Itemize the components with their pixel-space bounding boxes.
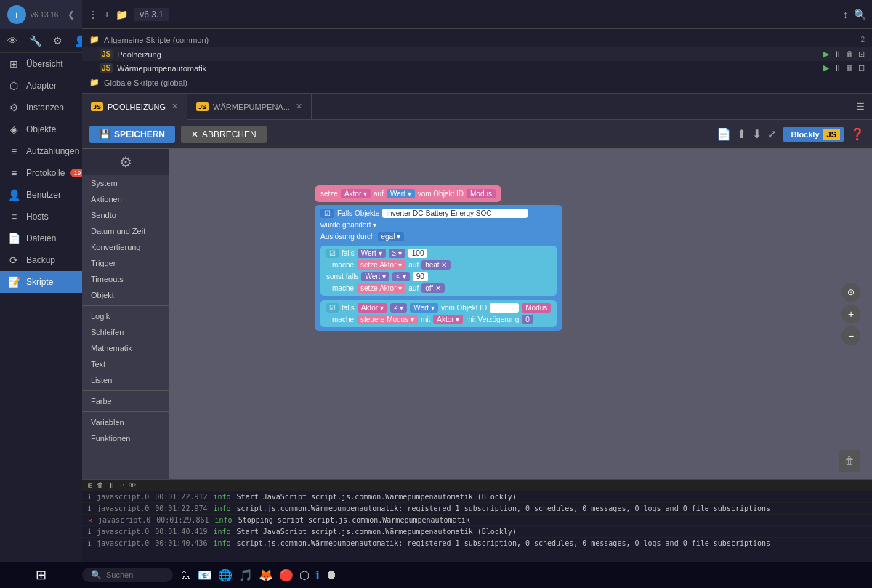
category-schleifen[interactable]: Schleifen: [82, 324, 169, 340]
category-listen[interactable]: Listen: [82, 372, 169, 388]
block-gte-val[interactable]: ≥ ▾: [389, 249, 405, 258]
block-setze[interactable]: setze Aktor ▾ auf Wert ▾ vom Objekt ID M…: [315, 185, 501, 202]
blockly-canvas[interactable]: setze Aktor ▾ auf Wert ▾ vom Objekt ID M…: [169, 149, 872, 479]
play-icon[interactable]: ▶: [823, 49, 829, 59]
block-object-id-input[interactable]: [382, 209, 528, 218]
zoom-out-button[interactable]: −: [841, 326, 860, 345]
block-objid2-input[interactable]: [490, 303, 519, 313]
category-aktionen[interactable]: Aktionen: [82, 191, 169, 207]
block-neq-val[interactable]: ≠ ▾: [390, 303, 407, 313]
blockly-js-toggle[interactable]: Blockly JS: [783, 127, 844, 142]
log-wrap-icon[interactable]: ↩: [120, 481, 124, 489]
debug-icon[interactable]: ⏸: [833, 49, 841, 59]
sidebar-item-adapter[interactable]: ⬡ Adapter: [0, 75, 82, 97]
category-logik[interactable]: Logik: [82, 308, 169, 324]
settings-icon[interactable]: ⚙: [53, 35, 62, 47]
block-off-val[interactable]: off ✕: [421, 283, 445, 293]
sidebar-item-uebersicht[interactable]: ⊞ Übersicht: [0, 53, 82, 75]
common-folder[interactable]: 📁 Allgemeine Skripte (common) 2: [82, 32, 872, 47]
sidebar-collapse-icon[interactable]: ❮: [68, 9, 75, 20]
wrench-icon[interactable]: 🔧: [29, 35, 41, 47]
add-icon[interactable]: +: [104, 9, 110, 20]
category-konvertierung[interactable]: Konvertierung: [82, 239, 169, 255]
sidebar-item-backup[interactable]: ⟳ Backup: [0, 249, 82, 271]
zoom-in-button[interactable]: +: [841, 305, 860, 323]
block-90-val[interactable]: 90: [413, 272, 428, 281]
block-modus-val[interactable]: Modus: [467, 189, 496, 198]
blockly-gear-icon[interactable]: ⚙: [119, 153, 132, 171]
script-waermepumpe[interactable]: JS Wärmepumpenautomatik ▶ ⏸ 🗑 ⊡: [82, 61, 872, 75]
block-heat-val[interactable]: heat ✕: [421, 260, 451, 270]
tabs-menu-icon[interactable]: ☰: [849, 102, 872, 112]
search-icon[interactable]: 🔍: [854, 9, 866, 20]
log-filter-icon[interactable]: ⊞: [88, 481, 92, 489]
export-right-icon[interactable]: ⬇: [752, 127, 762, 141]
sidebar-item-protokolle[interactable]: ≡ Protokolle 19: [0, 162, 82, 184]
category-system[interactable]: System: [82, 175, 169, 191]
delete-icon[interactable]: 🗑: [846, 49, 854, 59]
category-objekt[interactable]: Objekt: [82, 287, 169, 303]
category-farbe[interactable]: Farbe: [82, 393, 169, 409]
search-bar[interactable]: 🔍: [82, 568, 173, 582]
block-inner-falls[interactable]: ☑ falls Wert ▾ ≥ ▾ 100 mache setze Aktor…: [320, 246, 557, 296]
play-icon-2[interactable]: ▶: [823, 63, 829, 73]
block-verz-val[interactable]: 0: [522, 315, 533, 324]
taskbar-app-7[interactable]: ⬡: [299, 568, 310, 582]
block-falls-objekte[interactable]: ☑ Falls Objekte wurde geändert ▾ Auslösu…: [315, 205, 562, 331]
trash-button[interactable]: 🗑: [839, 450, 860, 472]
taskbar-app-6[interactable]: 🔴: [279, 568, 294, 582]
taskbar-search-input[interactable]: [106, 571, 164, 579]
taskbar-app-4[interactable]: 🎵: [238, 568, 253, 582]
log-pause-icon[interactable]: ⏸: [108, 481, 116, 489]
block-aktor2-val[interactable]: Aktor ▾: [358, 303, 387, 313]
taskbar-app-5[interactable]: 🦊: [259, 568, 273, 582]
save-button[interactable]: 💾 SPEICHERN: [89, 126, 175, 143]
block-setze2-val[interactable]: setze Aktor ▾: [357, 260, 405, 270]
debug-icon-2[interactable]: ⏸: [833, 63, 841, 73]
tab-waermepumpe[interactable]: JS WÄRMEPUMPENA... ✕: [187, 94, 312, 120]
category-trigger[interactable]: Trigger: [82, 255, 169, 271]
taskbar-app-3[interactable]: 🌐: [218, 568, 233, 582]
category-sendto[interactable]: Sendto: [82, 207, 169, 223]
export-icon-2[interactable]: ⊡: [858, 63, 865, 73]
eye-icon[interactable]: 👁: [7, 35, 17, 47]
cancel-button[interactable]: ✕ ABBRECHEN: [181, 126, 267, 143]
block-wert2-val[interactable]: Wert ▾: [358, 249, 386, 258]
category-timeouts[interactable]: Timeouts: [82, 271, 169, 287]
sidebar-item-instanzen[interactable]: ⚙ Instanzen: [0, 97, 82, 118]
block-modus2-val[interactable]: Modus: [522, 303, 551, 313]
sidebar-item-aufzaehlungen[interactable]: ≡ Aufzählungen: [0, 140, 82, 162]
block-setze3-val[interactable]: setze Aktor ▾: [357, 283, 405, 293]
sort-icon[interactable]: ↕: [843, 9, 848, 20]
category-funktionen[interactable]: Funktionen: [82, 430, 169, 446]
sidebar-item-hosts[interactable]: ≡ Hosts: [0, 206, 82, 227]
category-variablen[interactable]: Variablen: [82, 414, 169, 430]
log-clear-icon[interactable]: 🗑: [97, 481, 104, 489]
import-icon[interactable]: ⬆: [737, 127, 746, 141]
taskbar-app-2[interactable]: 📧: [198, 568, 212, 582]
tab-close-poolheizung[interactable]: ✕: [171, 102, 178, 111]
taskbar-app-9[interactable]: ⏺: [326, 568, 337, 581]
block-egal-val[interactable]: egal ▾: [378, 232, 405, 241]
block-aktor-val[interactable]: Aktor ▾: [341, 189, 371, 198]
sidebar-item-benutzer[interactable]: 👤 Benutzer: [0, 184, 82, 206]
zoom-center-button[interactable]: ⊙: [841, 283, 860, 302]
block-second-falls[interactable]: ☑ falls Aktor ▾ ≠ ▾ Wert ▾ vom Objekt ID…: [320, 300, 557, 327]
tab-close-waermepumpe[interactable]: ✕: [296, 102, 302, 111]
export-icon[interactable]: ⊡: [858, 49, 865, 59]
taskbar-app-1[interactable]: 🗂: [180, 568, 192, 581]
sidebar-item-dateien[interactable]: 📄 Dateien: [0, 227, 82, 249]
block-wert-val[interactable]: Wert ▾: [387, 189, 415, 198]
global-folder[interactable]: 📁 Globale Skripte (global): [82, 75, 872, 90]
sidebar-item-objekte[interactable]: ◈ Objekte: [0, 118, 82, 140]
block-lt-val[interactable]: < ▾: [392, 272, 410, 281]
menu-icon[interactable]: ⋮: [88, 9, 98, 20]
category-datum-zeit[interactable]: Datum und Zeit: [82, 223, 169, 239]
category-mathematik[interactable]: Mathematik: [82, 340, 169, 356]
category-text[interactable]: Text: [82, 356, 169, 372]
block-wert4-val[interactable]: Wert ▾: [410, 303, 438, 313]
block-wert3-val[interactable]: Wert ▾: [361, 272, 389, 281]
taskbar-app-8[interactable]: ℹ: [315, 568, 320, 582]
block-aktor3-val[interactable]: Aktor ▾: [433, 315, 463, 324]
block-steuere-val[interactable]: steuere Modus ▾: [357, 315, 418, 324]
